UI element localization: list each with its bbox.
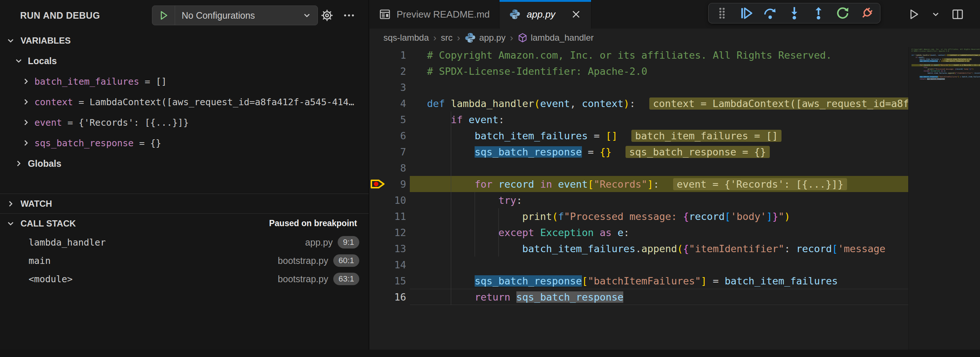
line-number[interactable]: 4 xyxy=(369,98,406,109)
start-debug-icon[interactable] xyxy=(152,6,175,25)
variable-row[interactable]: batch_item_failures = [] xyxy=(0,71,369,92)
code-line-2[interactable]: 2# SPDX-License-Identifier: Apache-2.0 xyxy=(369,63,908,79)
chevron-right-icon xyxy=(6,199,15,209)
section-title: VARIABLES xyxy=(21,35,71,46)
equals: = xyxy=(134,138,150,148)
code-line-9[interactable]: 9 for record in event["Records"]:event =… xyxy=(369,176,908,192)
code-token: : xyxy=(516,194,522,206)
code-line-5[interactable]: 5 if event: xyxy=(369,112,908,128)
breadcrumb-item[interactable]: app.py xyxy=(465,32,505,44)
chevron-right-icon xyxy=(21,138,31,148)
line-number[interactable]: 15 xyxy=(369,275,406,287)
more-actions-icon[interactable] xyxy=(340,0,358,31)
line-number[interactable]: 10 xyxy=(369,194,406,206)
chevron-right-icon xyxy=(21,76,31,86)
code-token: record xyxy=(689,211,725,222)
code-token: 'message xyxy=(838,243,886,254)
code-editor[interactable]: 1# Copyright Amazon.com, Inc. or its aff… xyxy=(369,47,908,357)
line-number[interactable]: 1 xyxy=(369,49,406,61)
variable-row[interactable]: sqs_batch_response = {} xyxy=(0,133,369,153)
chevron-down-icon xyxy=(6,36,15,45)
line-number[interactable]: 7 xyxy=(369,146,406,158)
disconnect-button[interactable] xyxy=(859,6,874,21)
pane-title: RUN AND DEBUG xyxy=(20,10,100,21)
launch-config-dropdown[interactable]: No Configurations xyxy=(152,5,318,25)
code-token: [ xyxy=(725,211,730,222)
symbol-method-icon xyxy=(517,33,528,43)
chevron-right-icon xyxy=(14,159,24,168)
breadcrumb-item[interactable]: src xyxy=(441,33,453,43)
continue-button[interactable] xyxy=(739,6,753,21)
code-line-8[interactable]: 8 xyxy=(369,160,908,176)
code-token: as xyxy=(593,227,617,238)
tab-preview-readme-md[interactable]: Preview README.md xyxy=(369,0,500,29)
variable-row[interactable]: event = {'Records': [{...}]} xyxy=(0,112,369,133)
code-token: [] xyxy=(606,130,618,142)
line-number[interactable]: 6 xyxy=(369,130,406,142)
code-line-14[interactable]: 14 xyxy=(369,257,908,273)
code-token: [ xyxy=(582,275,588,287)
split-editor-icon[interactable] xyxy=(951,8,964,21)
gear-icon[interactable] xyxy=(318,0,336,31)
editor-group: Preview README.mdapp.py sqs-lambda›src›a… xyxy=(369,0,980,357)
frame-location: bootstrap.py60:1 xyxy=(278,254,359,267)
code-token: = xyxy=(582,146,600,158)
line-number[interactable]: 13 xyxy=(369,243,406,254)
line-number[interactable]: 11 xyxy=(369,211,406,222)
line-number[interactable]: 16 xyxy=(369,292,406,303)
code-line-11[interactable]: 11 print(f"Processed message: {record['b… xyxy=(369,208,908,224)
code-line-1[interactable]: 1# Copyright Amazon.com, Inc. or its aff… xyxy=(369,47,908,63)
step-out-button[interactable] xyxy=(811,6,826,21)
call-stack-section-header[interactable]: CALL STACKPaused on breakpoint xyxy=(0,213,369,233)
code-line-12[interactable]: 12 except Exception as e: xyxy=(369,224,908,241)
breadcrumb: sqs-lambda›src›app.py›lambda_handler xyxy=(369,29,980,47)
line-number[interactable]: 12 xyxy=(369,227,406,238)
run-icon[interactable] xyxy=(907,8,920,21)
call-stack-frame[interactable]: <module>bootstrap.py63:1 xyxy=(0,270,369,288)
call-stack-frame[interactable]: mainbootstrap.py60:1 xyxy=(0,252,369,270)
breadcrumb-item[interactable]: sqs-lambda xyxy=(383,33,429,43)
tab-label: app.py xyxy=(527,9,555,20)
code-token: e xyxy=(617,227,623,238)
step-into-button[interactable] xyxy=(787,6,802,21)
code-token: context xyxy=(582,98,624,109)
code-line-7[interactable]: 7 sqs_batch_response = {}sqs_batch_respo… xyxy=(369,144,908,160)
code-line-4[interactable]: 4def lambda_handler(event, context):cont… xyxy=(369,95,908,112)
chevron-down-icon xyxy=(14,56,24,65)
code-line-3[interactable]: 3 xyxy=(369,79,908,95)
code-line-13[interactable]: 13 batch_item_failures.append({"itemIden… xyxy=(369,241,908,257)
breadcrumb-item[interactable]: lambda_handler xyxy=(517,33,593,43)
code-token: { xyxy=(683,243,689,254)
code-token: # Copyright Amazon.com, Inc. or its affi… xyxy=(427,49,832,61)
code-token: { xyxy=(683,211,689,222)
code-line-15[interactable]: 15 sqs_batch_response["batchItemFailures… xyxy=(369,273,908,289)
variable-row[interactable]: context = LambdaContext([aws_request_id=… xyxy=(0,92,369,112)
debug-toolbar xyxy=(708,3,880,24)
code-token xyxy=(427,227,498,238)
code-line-16[interactable]: 16 return sqs_batch_response xyxy=(369,289,908,305)
minimap[interactable]: # Copyright Amazon.com, Inc. or its affi… xyxy=(908,47,980,357)
line-number[interactable]: 2 xyxy=(369,65,406,77)
step-over-button[interactable] xyxy=(763,6,778,21)
close-icon[interactable] xyxy=(571,9,582,20)
code-line-10[interactable]: 10 try: xyxy=(369,192,908,208)
watch-section-header[interactable]: WATCH xyxy=(0,193,369,213)
tree-item-globals[interactable]: Globals xyxy=(0,153,369,174)
tree-item-locals[interactable]: Locals xyxy=(0,51,369,71)
variable-name: event xyxy=(34,117,62,128)
line-number[interactable]: 3 xyxy=(369,82,406,93)
line-number[interactable]: 5 xyxy=(369,114,406,125)
line-number[interactable]: 8 xyxy=(369,163,406,174)
line-number[interactable]: 14 xyxy=(369,259,406,271)
chevron-down-icon[interactable] xyxy=(931,10,940,19)
call-stack-frame[interactable]: lambda_handlerapp.py9:1 xyxy=(0,233,369,252)
restart-button[interactable] xyxy=(835,6,850,21)
code-token: if xyxy=(451,114,463,125)
code-text: def lambda_handler(event, context):conte… xyxy=(406,98,908,109)
tab-app-py[interactable]: app.py xyxy=(500,0,592,29)
section-title: CALL STACK xyxy=(21,218,76,229)
drag-handle[interactable] xyxy=(714,6,729,21)
variables-section-header[interactable]: VARIABLES xyxy=(0,31,369,51)
breakpoint-arrow-icon[interactable] xyxy=(370,178,387,190)
code-line-6[interactable]: 6 batch_item_failures = []batch_item_fai… xyxy=(369,128,908,144)
